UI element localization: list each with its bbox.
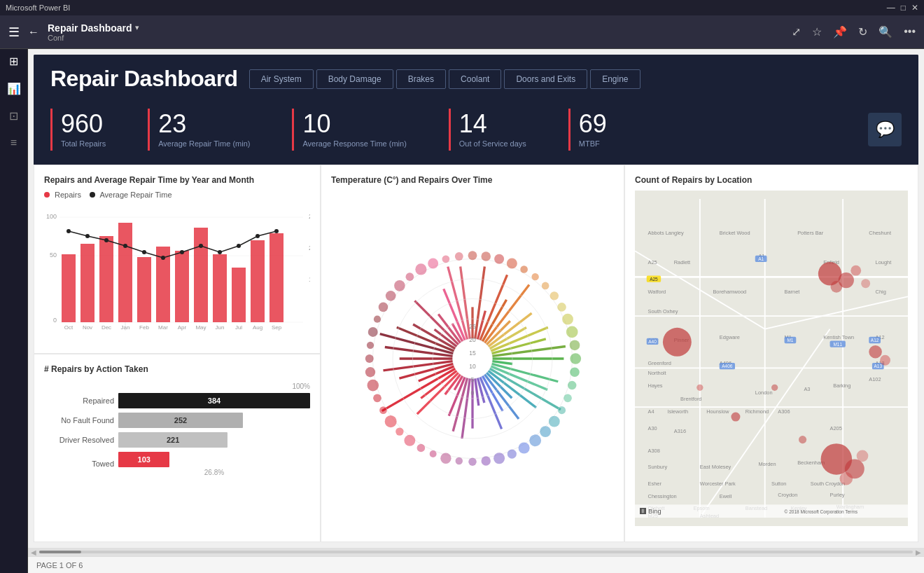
pct-marker: 26.8% <box>118 469 310 476</box>
svg-point-253 <box>771 385 778 391</box>
svg-text:A13: A13 <box>874 364 882 368</box>
kpi-avg-response-value: 10 <box>302 111 406 137</box>
svg-text:London: London <box>755 389 773 396</box>
window-controls[interactable]: — □ ✕ <box>887 3 918 13</box>
svg-text:Watford: Watford <box>648 289 666 295</box>
svg-point-154 <box>455 252 463 261</box>
nav-title: Repair Dashboard <box>48 22 132 34</box>
svg-text:M1: M1 <box>787 338 793 343</box>
chat-icon[interactable]: 💬 <box>868 113 902 146</box>
bar-chart-title: Repairs and Average Repair Time by Year … <box>44 175 310 185</box>
horizontal-scrollbar[interactable]: ◀ ▶ <box>28 548 924 556</box>
svg-text:A306: A306 <box>778 408 790 415</box>
kpi-avg-response: 10 Average Response Time (min) <box>292 109 406 151</box>
svg-text:A102: A102 <box>869 376 881 382</box>
kpi-mtbf-value: 69 <box>579 111 607 137</box>
svg-point-117 <box>566 326 578 338</box>
refresh-icon[interactable]: ↻ <box>858 25 867 39</box>
charts-area: Repairs and Average Repair Time by Year … <box>34 165 918 542</box>
svg-text:A308: A308 <box>648 448 660 454</box>
svg-text:0: 0 <box>471 389 475 396</box>
svg-text:0: 0 <box>53 317 57 324</box>
svg-point-22 <box>85 234 90 238</box>
svg-point-242 <box>831 281 843 293</box>
svg-point-243 <box>850 265 861 276</box>
svg-point-115 <box>557 303 566 312</box>
svg-text:A30: A30 <box>648 425 657 432</box>
action-row-no-fault: No Fault Found 252 <box>44 413 310 428</box>
svg-rect-15 <box>175 251 189 322</box>
sidebar-icon-data[interactable]: ≡ <box>10 137 17 149</box>
nav-title-block: Repair Dashboard ▾ Conf <box>48 22 139 42</box>
svg-point-120 <box>570 367 580 377</box>
svg-rect-18 <box>232 268 246 322</box>
sidebar-icon-grid[interactable]: ⊡ <box>9 109 18 123</box>
svg-rect-155 <box>635 199 908 518</box>
svg-rect-13 <box>137 257 151 322</box>
svg-text:A316: A316 <box>674 428 686 434</box>
sidebar-icon-reports[interactable]: 📊 <box>7 82 21 95</box>
svg-text:Feb: Feb <box>139 324 149 331</box>
svg-text:A4: A4 <box>648 408 654 415</box>
svg-text:Purley: Purley <box>830 492 845 498</box>
scrollbar-thumb[interactable] <box>39 551 81 553</box>
pin-icon[interactable]: 📌 <box>833 25 847 39</box>
kpi-out-of-service-value: 14 <box>459 111 526 137</box>
svg-point-102 <box>453 338 493 378</box>
minimize-button[interactable]: — <box>887 3 895 13</box>
tab-engine[interactable]: Engine <box>590 69 640 89</box>
svg-text:100: 100 <box>46 213 57 220</box>
scroll-left-arrow[interactable]: ◀ <box>31 548 36 556</box>
svg-point-251 <box>857 450 869 462</box>
tab-coolant[interactable]: Coolant <box>449 69 501 89</box>
svg-text:Sutton: Sutton <box>771 481 786 487</box>
svg-point-250 <box>840 472 853 485</box>
scrollbar-track[interactable] <box>39 551 913 553</box>
svg-point-30 <box>237 244 241 248</box>
svg-text:Oct: Oct <box>64 324 74 331</box>
nav-icons: ⤢ ☆ 📌 ↻ 🔍 ••• <box>792 25 916 39</box>
maximize-button[interactable]: □ <box>901 3 906 13</box>
svg-point-246 <box>880 355 890 366</box>
action-bar-repaired: 384 <box>118 393 310 408</box>
search-icon[interactable]: 🔍 <box>878 25 892 39</box>
svg-point-27 <box>180 250 184 254</box>
tab-body-damage[interactable]: Body Damage <box>316 69 393 89</box>
svg-rect-20 <box>270 233 284 322</box>
svg-rect-10 <box>80 244 94 322</box>
svg-point-125 <box>540 426 551 437</box>
nav-title-caret[interactable]: ▾ <box>135 23 139 32</box>
dashboard-title: Repair Dashboard <box>50 66 238 92</box>
svg-text:10: 10 <box>469 363 476 370</box>
menu-icon[interactable]: ☰ <box>8 25 20 40</box>
svg-text:Croydon: Croydon <box>778 492 797 498</box>
svg-line-82 <box>492 361 512 364</box>
svg-text:Ewell: Ewell <box>720 493 732 499</box>
bookmark-icon[interactable]: ☆ <box>812 25 822 39</box>
tab-doors-exits[interactable]: Doors and Exits <box>504 69 587 89</box>
scroll-right-arrow[interactable]: ▶ <box>916 548 921 556</box>
page-footer: PAGE 1 OF 6 <box>28 556 924 573</box>
svg-text:Chessington: Chessington <box>648 493 677 499</box>
more-icon[interactable]: ••• <box>904 25 916 39</box>
radial-chart-container: 25 20 15 10 5 0 <box>331 191 614 526</box>
svg-text:Borehamwood: Borehamwood <box>713 289 746 295</box>
svg-line-79 <box>490 368 561 409</box>
expand-icon[interactable]: ⤢ <box>792 25 801 39</box>
tab-air-system[interactable]: Air System <box>249 69 314 89</box>
action-row-driver: Driver Resolved 221 <box>44 432 310 448</box>
svg-point-138 <box>385 415 397 427</box>
close-button[interactable]: ✕ <box>911 3 918 13</box>
svg-text:Lought: Lought <box>876 259 892 265</box>
svg-text:Northolt: Northolt <box>648 370 666 376</box>
kpi-avg-response-label: Average Response Time (min) <box>302 139 406 148</box>
svg-point-147 <box>379 302 388 312</box>
svg-point-107 <box>468 251 477 260</box>
map-chart-panel: Count of Repairs by Location <box>624 165 918 542</box>
back-button[interactable]: ← <box>28 26 39 39</box>
sidebar-icon-home[interactable]: ⊞ <box>9 55 18 68</box>
map-container: Abbots Langley Bricket Wood Potters Bar … <box>635 191 908 526</box>
svg-text:A25: A25 <box>648 259 657 265</box>
svg-point-28 <box>199 244 203 248</box>
tab-brakes[interactable]: Brakes <box>396 69 446 89</box>
